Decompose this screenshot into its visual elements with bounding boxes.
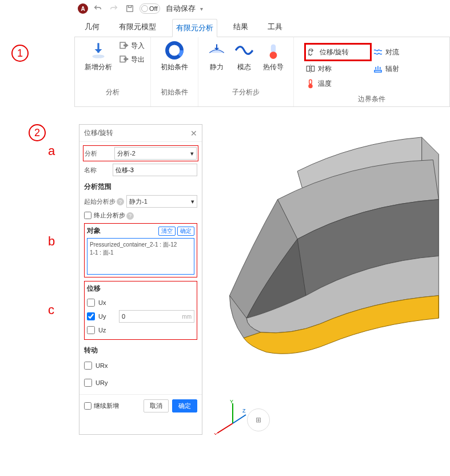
group-title-initial: 初始条件 xyxy=(161,86,188,98)
svg-line-17 xyxy=(233,415,246,423)
svg-rect-0 xyxy=(127,6,133,12)
disp-rot-icon xyxy=(307,47,317,57)
temperature-button[interactable]: 温度 xyxy=(304,76,372,91)
info-icon: ? xyxy=(126,212,134,220)
autosave-label: 自动保存 xyxy=(166,3,196,14)
import-button[interactable]: 导入 xyxy=(118,41,145,51)
chevron-down-icon[interactable]: ▾ xyxy=(200,6,203,12)
heat-icon xyxy=(264,41,283,60)
svg-line-15 xyxy=(217,423,233,433)
symmetry-button[interactable]: 对称 xyxy=(304,61,372,76)
redo-icon[interactable] xyxy=(107,2,120,15)
name-field-label: 名称 xyxy=(84,166,110,174)
svg-text:X: X xyxy=(214,432,217,435)
ribbon: 新增分析 导入 导出 分析 初始条件 初始条件 静力 模态 xyxy=(74,37,450,107)
uy-value-input[interactable]: 0mm xyxy=(119,310,194,323)
annotation-c: c xyxy=(48,303,55,318)
modal-button[interactable]: 模态 xyxy=(232,41,257,72)
confirm-small-button[interactable]: 确定 xyxy=(177,227,194,236)
model-render xyxy=(207,124,450,433)
ury-checkbox[interactable] xyxy=(84,379,92,387)
svg-rect-11 xyxy=(309,80,312,84)
radiation-button[interactable]: 辐射 xyxy=(372,61,439,76)
end-step-checkbox[interactable] xyxy=(84,212,91,219)
cancel-button[interactable]: 取消 xyxy=(144,399,169,412)
heat-button[interactable]: 热传导 xyxy=(259,41,288,72)
chevron-down-icon: ▾ xyxy=(190,150,194,157)
annotation-2: 2 xyxy=(29,124,46,141)
new-analysis-icon xyxy=(89,41,108,60)
app-logo: A xyxy=(78,3,88,14)
import-icon xyxy=(118,41,129,51)
ury-label: URy xyxy=(95,379,113,386)
new-analysis-button[interactable]: 新增分析 xyxy=(81,41,116,72)
uz-label: Uz xyxy=(98,327,116,334)
disp-title: 位移 xyxy=(87,284,194,293)
tab-results[interactable]: 结果 xyxy=(230,18,252,37)
convection-button[interactable]: 对流 xyxy=(372,43,439,61)
analysis-field-label: 分析 xyxy=(85,149,112,158)
autosave-toggle[interactable]: Off xyxy=(140,3,160,14)
svg-point-1 xyxy=(92,54,104,58)
initial-condition-button[interactable]: 初始条件 xyxy=(157,41,192,72)
undo-icon[interactable] xyxy=(91,2,104,15)
name-input[interactable] xyxy=(113,164,197,176)
continue-add-checkbox[interactable] xyxy=(84,402,91,410)
displacement-rotation-button[interactable]: 位移/旋转 xyxy=(304,43,372,61)
uy-checkbox[interactable] xyxy=(87,312,95,320)
tab-fem-analysis[interactable]: 有限元分析 xyxy=(172,19,217,37)
view-control-icon[interactable]: ⊞ xyxy=(247,408,270,431)
end-step-label: 终止分析步? xyxy=(94,211,134,220)
initial-icon xyxy=(165,41,184,60)
ribbon-tabs: 几何 有限元模型 有限元分析 结果 工具 xyxy=(74,15,450,37)
group-title-substeps: 子分析步 xyxy=(232,86,260,98)
continue-add-label: 继续新增 xyxy=(94,402,119,410)
tab-geometry[interactable]: 几何 xyxy=(81,18,103,37)
start-step-select[interactable]: 静力-1▾ xyxy=(126,195,197,208)
object-selection-box[interactable]: Pressurized_container_2-1 : 面-12 1-1 : 面… xyxy=(87,238,194,275)
svg-rect-8 xyxy=(306,66,309,72)
clear-button[interactable]: 清空 xyxy=(158,227,176,236)
symmetry-icon xyxy=(305,64,316,74)
uz-checkbox[interactable] xyxy=(87,326,95,334)
ok-button[interactable]: 确定 xyxy=(172,399,197,412)
svg-rect-10 xyxy=(375,70,381,72)
ribbon-group-substeps: 静力 模态 热传导 子分析步 xyxy=(198,37,294,106)
ribbon-group-bc: 位移/旋转 对流 对称 辐射 温度 边界条件 xyxy=(294,37,449,106)
tab-fem-model[interactable]: 有限元模型 xyxy=(116,18,160,37)
export-icon xyxy=(118,54,129,65)
ux-checkbox[interactable] xyxy=(87,299,95,307)
ux-label: Ux xyxy=(98,299,116,306)
rot-title: 转动 xyxy=(84,346,197,355)
chevron-down-icon: ▾ xyxy=(191,198,194,205)
svg-text:Y: Y xyxy=(230,399,233,404)
annotation-a: a xyxy=(48,144,55,158)
close-icon[interactable]: ✕ xyxy=(190,129,197,138)
group-title-bc: 边界条件 xyxy=(358,93,385,105)
annotation-b: b xyxy=(48,234,55,249)
export-button[interactable]: 导出 xyxy=(118,54,145,65)
svg-point-7 xyxy=(270,51,277,59)
svg-rect-9 xyxy=(312,66,314,72)
ribbon-group-initial: 初始条件 初始条件 xyxy=(151,37,198,106)
start-step-label: 起始分析步? xyxy=(84,197,124,206)
viewport-3d[interactable]: Y X Z ⊞ xyxy=(207,124,450,435)
scope-title: 分析范围 xyxy=(84,182,197,192)
static-icon xyxy=(207,41,226,60)
uy-label: Uy xyxy=(98,313,116,320)
group-title-analysis: 分析 xyxy=(106,86,120,98)
convection-icon xyxy=(373,47,383,57)
radiation-icon xyxy=(373,64,383,74)
panel-title: 位移/旋转 xyxy=(84,128,113,138)
static-button[interactable]: 静力 xyxy=(204,41,229,72)
analysis-select[interactable]: 分析-2▾ xyxy=(114,147,197,160)
quick-access-toolbar: A Off 自动保存 ▾ xyxy=(74,0,450,15)
save-icon[interactable] xyxy=(124,2,136,15)
urx-checkbox[interactable] xyxy=(84,362,92,370)
axis-gizmo[interactable]: Y X Z xyxy=(213,398,253,435)
annotation-1: 1 xyxy=(11,45,29,62)
temperature-icon xyxy=(305,78,316,89)
tab-tools[interactable]: 工具 xyxy=(264,18,286,37)
svg-point-12 xyxy=(309,85,312,88)
urx-label: URx xyxy=(95,362,113,369)
